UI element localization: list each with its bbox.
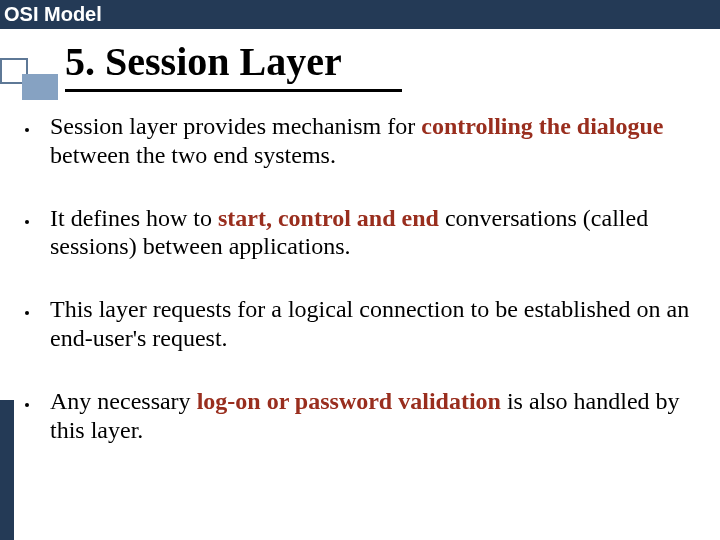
bullet-1-text-a: Session layer provides mechanism for — [50, 113, 421, 139]
bullet-4: Any necessary log-on or password validat… — [40, 387, 700, 445]
bullet-2-text-a: It defines how to — [50, 205, 218, 231]
slide-title: 5. Session Layer — [65, 38, 402, 92]
bullet-3: This layer requests for a logical connec… — [40, 295, 700, 353]
bullet-3-text: This layer requests for a logical connec… — [50, 296, 689, 351]
bullet-4-text-a: Any necessary — [50, 388, 197, 414]
bullet-4-highlight: log-on or password validation — [197, 388, 501, 414]
bullet-list: Session layer provides mechanism for con… — [22, 112, 700, 478]
bullet-1-highlight: controlling the dialogue — [421, 113, 663, 139]
bullet-1-text-b: between the two end systems. — [50, 142, 336, 168]
bullet-2: It defines how to start, control and end… — [40, 204, 700, 262]
header-bar: OSI Model — [0, 0, 720, 29]
bullet-2-highlight: start, control and end — [218, 205, 439, 231]
bullet-1: Session layer provides mechanism for con… — [40, 112, 700, 170]
deco-square-fill — [22, 74, 58, 100]
left-vertical-bar — [0, 400, 14, 540]
header-title: OSI Model — [4, 3, 102, 26]
slide: OSI Model 5. Session Layer Session layer… — [0, 0, 720, 540]
